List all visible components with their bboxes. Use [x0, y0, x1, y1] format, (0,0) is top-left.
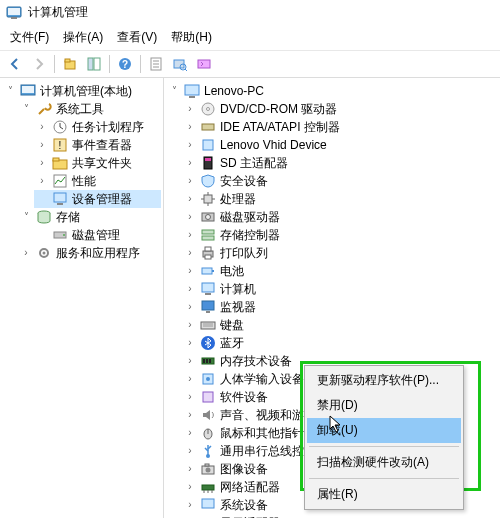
keyboard-icon: [200, 317, 216, 333]
cat-bluetooth[interactable]: ›蓝牙: [182, 334, 498, 352]
expand-icon[interactable]: ˅: [168, 85, 180, 97]
expand-icon[interactable]: ›: [184, 247, 196, 259]
expand-icon[interactable]: ›: [36, 157, 48, 169]
expand-icon[interactable]: ›: [184, 373, 196, 385]
forward-button[interactable]: [28, 53, 50, 75]
expand-icon[interactable]: ›: [184, 193, 196, 205]
cat-processors[interactable]: ›处理器: [182, 190, 498, 208]
expand-icon[interactable]: ›: [184, 265, 196, 277]
cat-vhid[interactable]: ›Lenovo Vhid Device: [182, 136, 498, 154]
tree-label: 磁盘管理: [72, 227, 120, 243]
expand-icon[interactable]: ›: [184, 427, 196, 439]
window-title: 计算机管理: [28, 4, 88, 21]
cat-monitors[interactable]: ›监视器: [182, 298, 498, 316]
cat-display-adapters[interactable]: ˅显示适配器: [182, 514, 498, 518]
refresh-button[interactable]: [193, 53, 215, 75]
tree-storage[interactable]: ˅存储: [18, 208, 161, 226]
expand-icon[interactable]: ›: [184, 337, 196, 349]
cat-keyboards[interactable]: ›键盘: [182, 316, 498, 334]
tree-shared-folders[interactable]: ›共享文件夹: [34, 154, 161, 172]
expand-icon[interactable]: ›: [184, 229, 196, 241]
context-menu: 更新驱动程序软件(P)... 禁用(D) 卸载(U) 扫描检测硬件改动(A) 属…: [304, 365, 464, 510]
tools-icon: [36, 101, 52, 117]
storage-ctrl-icon: [200, 227, 216, 243]
expand-icon[interactable]: ›: [184, 121, 196, 133]
expand-icon[interactable]: ›: [184, 463, 196, 475]
expand-icon[interactable]: ›: [184, 409, 196, 421]
cpu-icon: [200, 191, 216, 207]
cat-storage-ctrl[interactable]: ›存储控制器: [182, 226, 498, 244]
device-root[interactable]: ˅Lenovo-PC: [166, 82, 498, 100]
expand-icon[interactable]: ›: [184, 499, 196, 511]
svg-text:!: !: [59, 140, 62, 151]
show-hide-button[interactable]: [83, 53, 105, 75]
ctx-properties[interactable]: 属性(R): [307, 482, 461, 507]
hid-icon: [200, 371, 216, 387]
expand-icon[interactable]: ›: [184, 445, 196, 457]
up-button[interactable]: [59, 53, 81, 75]
expand-icon[interactable]: ›: [184, 319, 196, 331]
svg-rect-23: [53, 158, 59, 161]
cat-print-queue[interactable]: ›打印队列: [182, 244, 498, 262]
ide-icon: [200, 119, 216, 135]
expand-icon[interactable]: ›: [184, 175, 196, 187]
cat-ide[interactable]: ›IDE ATA/ATAPI 控制器: [182, 118, 498, 136]
menu-action[interactable]: 操作(A): [57, 27, 109, 48]
menu-help[interactable]: 帮助(H): [165, 27, 218, 48]
bluetooth-icon: [200, 335, 216, 351]
scan-button[interactable]: [169, 53, 191, 75]
tree-performance[interactable]: ›性能: [34, 172, 161, 190]
svg-text:?: ?: [122, 59, 128, 70]
expand-icon[interactable]: ›: [184, 157, 196, 169]
expand-icon[interactable]: ˅: [20, 103, 32, 115]
cat-computer[interactable]: ›计算机: [182, 280, 498, 298]
tree-task-scheduler[interactable]: ›任务计划程序: [34, 118, 161, 136]
expand-icon[interactable]: ›: [184, 355, 196, 367]
ctx-uninstall[interactable]: 卸载(U): [307, 418, 461, 443]
expand-icon[interactable]: ›: [36, 121, 48, 133]
expand-icon[interactable]: ›: [184, 391, 196, 403]
cat-dvd[interactable]: ›DVD/CD-ROM 驱动器: [182, 100, 498, 118]
tree-event-viewer[interactable]: ›!事件查看器: [34, 136, 161, 154]
ctx-update-driver[interactable]: 更新驱动程序软件(P)...: [307, 368, 461, 393]
ctx-disable[interactable]: 禁用(D): [307, 393, 461, 418]
tree-label: 服务和应用程序: [56, 245, 140, 261]
expand-icon[interactable]: ›: [36, 139, 48, 151]
expand-icon[interactable]: ›: [20, 247, 32, 259]
help-button[interactable]: ?: [114, 53, 136, 75]
expand-icon[interactable]: ˅: [4, 85, 16, 97]
tree-device-manager[interactable]: ·设备管理器: [34, 190, 161, 208]
back-button[interactable]: [4, 53, 26, 75]
menu-file[interactable]: 文件(F): [4, 27, 55, 48]
svg-rect-55: [205, 293, 211, 295]
expand-icon[interactable]: ›: [184, 211, 196, 223]
cat-sd[interactable]: ›SD 主适配器: [182, 154, 498, 172]
properties-button[interactable]: [145, 53, 167, 75]
svg-rect-32: [185, 85, 199, 95]
tree-label: 键盘: [220, 317, 244, 333]
svg-rect-53: [212, 270, 214, 272]
tree-services[interactable]: ›服务和应用程序: [18, 244, 161, 262]
svg-rect-64: [206, 359, 208, 363]
menu-view[interactable]: 查看(V): [111, 27, 163, 48]
tree-label: 内存技术设备: [220, 353, 292, 369]
svg-rect-5: [88, 58, 93, 70]
expand-icon[interactable]: ›: [36, 175, 48, 187]
printer-icon: [200, 245, 216, 261]
expand-icon[interactable]: ›: [184, 103, 196, 115]
ctx-scan-hardware[interactable]: 扫描检测硬件改动(A): [307, 450, 461, 475]
tree-root-local[interactable]: ˅ 计算机管理(本地): [2, 82, 161, 100]
expand-icon[interactable]: ›: [184, 481, 196, 493]
expand-icon[interactable]: ›: [184, 283, 196, 295]
tree-system-tools[interactable]: ˅ 系统工具: [18, 100, 161, 118]
tree-disk-mgmt[interactable]: ·磁盘管理: [34, 226, 161, 244]
expand-icon[interactable]: ›: [184, 139, 196, 151]
tree-label: 网络适配器: [220, 479, 280, 495]
computer-mgmt-icon: [20, 83, 36, 99]
cat-battery[interactable]: ›电池: [182, 262, 498, 280]
expand-icon[interactable]: ›: [184, 301, 196, 313]
svg-rect-50: [205, 247, 211, 251]
cat-disk-drives[interactable]: ›磁盘驱动器: [182, 208, 498, 226]
cat-security[interactable]: ›安全设备: [182, 172, 498, 190]
expand-icon[interactable]: ˅: [20, 211, 32, 223]
